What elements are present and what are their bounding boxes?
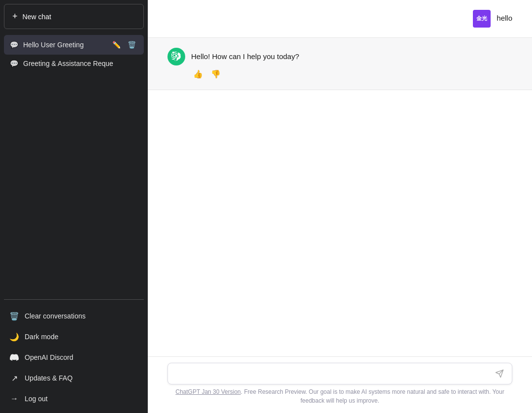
openai-discord-label: OpenAI Discord (25, 353, 73, 361)
assistant-message: Hello! How can I help you today? 👍 👎 (148, 37, 532, 90)
clear-conversations-label: Clear conversations (25, 312, 86, 320)
thumbs-up-button[interactable]: 👍 (191, 68, 205, 80)
user-message: 金光 hello (148, 0, 532, 37)
new-chat-button[interactable]: + New chat (4, 4, 144, 29)
footer-text: ChatGPT Jan 30 Version. Free Research Pr… (167, 384, 512, 409)
log-out-button[interactable]: → Log out (4, 388, 144, 409)
user-bubble: 金光 hello (473, 10, 512, 28)
logout-icon: → (10, 394, 19, 403)
moon-icon: 🌙 (10, 332, 19, 341)
footer-description: . Free Research Preview. Our goal is to … (241, 388, 504, 404)
log-out-label: Log out (25, 395, 48, 403)
assistant-content: Hello! How can I help you today? 👍 👎 (191, 48, 512, 80)
sidebar-divider (4, 299, 144, 300)
user-avatar: 金光 (473, 10, 491, 28)
message-feedback-actions: 👍 👎 (191, 68, 512, 80)
new-chat-label: New chat (23, 13, 51, 21)
send-button[interactable] (494, 368, 505, 379)
sidebar-bottom: 🗑️ Clear conversations 🌙 Dark mode OpenA… (0, 302, 148, 413)
updates-faq-button[interactable]: ↗ Updates & FAQ (4, 368, 144, 388)
conversation-label: Greeting & Assistance Reque (23, 60, 138, 67)
sidebar-item-hello-user-greeting[interactable]: 💬 Hello User Greeting ✏️ 🗑️ (4, 35, 144, 55)
clear-conversations-button[interactable]: 🗑️ Clear conversations (4, 306, 144, 326)
chat-messages: 金光 hello Hello! How can I help you today… (148, 0, 532, 356)
assistant-avatar (167, 48, 185, 65)
conversation-actions: ✏️ 🗑️ (110, 40, 138, 50)
external-link-icon: ↗ (10, 374, 19, 382)
user-message-text: hello (497, 10, 512, 24)
main-content: 金光 hello Hello! How can I help you today… (148, 0, 532, 413)
trash-icon: 🗑️ (10, 312, 19, 320)
updates-faq-label: Updates & FAQ (25, 374, 72, 382)
dark-mode-label: Dark mode (25, 333, 58, 341)
user-avatar-text: 金光 (476, 15, 487, 22)
chat-icon: 💬 (10, 60, 18, 67)
discord-icon (10, 353, 19, 362)
input-container (167, 363, 512, 385)
dark-mode-button[interactable]: 🌙 Dark mode (4, 326, 144, 347)
delete-conversation-button[interactable]: 🗑️ (126, 40, 138, 50)
conversation-list: 💬 Hello User Greeting ✏️ 🗑️ 💬 Greeting &… (0, 33, 148, 297)
sidebar-item-greeting-assistance[interactable]: 💬 Greeting & Assistance Reque (4, 55, 144, 72)
send-icon (495, 369, 504, 378)
assistant-message-text: Hello! How can I help you today? (191, 48, 512, 63)
chat-input[interactable] (175, 368, 494, 380)
edit-conversation-button[interactable]: ✏️ (110, 40, 123, 50)
thumbs-down-button[interactable]: 👎 (209, 68, 223, 80)
plus-icon: + (12, 11, 18, 22)
input-area: ChatGPT Jan 30 Version. Free Research Pr… (148, 356, 532, 413)
assistant-inner: Hello! How can I help you today? 👍 👎 (167, 48, 512, 80)
conversation-label: Hello User Greeting (23, 41, 105, 49)
chat-icon: 💬 (10, 41, 18, 49)
version-link[interactable]: ChatGPT Jan 30 Version (175, 388, 241, 395)
openai-discord-button[interactable]: OpenAI Discord (4, 347, 144, 368)
sidebar: + New chat 💬 Hello User Greeting ✏️ 🗑️ 💬… (0, 0, 148, 413)
